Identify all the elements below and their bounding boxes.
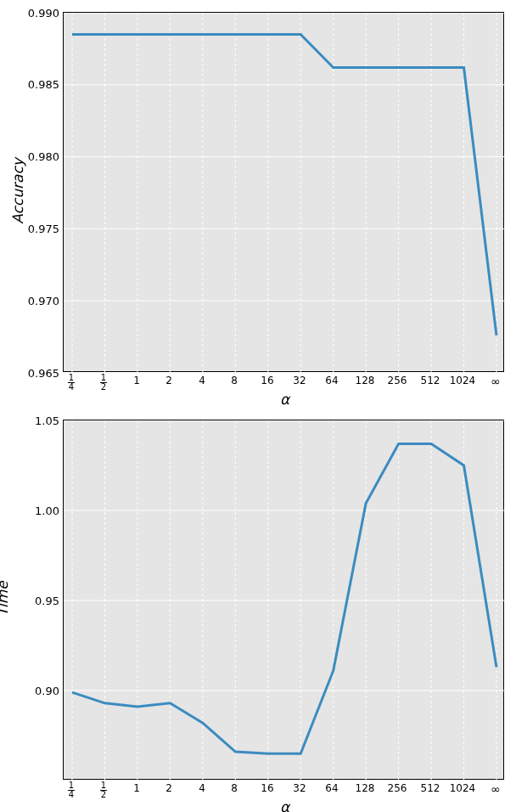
grid-horizontal: [64, 420, 505, 781]
xtick-label: 14: [57, 374, 86, 392]
xtick-label: 128: [351, 375, 379, 386]
xtick-label: 64: [317, 783, 346, 793]
ytick-label: 0.975: [25, 223, 59, 235]
xtick-label: 16: [253, 783, 282, 793]
ytick-label: 1.00: [25, 505, 59, 517]
figure: 0.990 0.985 0.980 0.975 0.970 0.965 14 1…: [0, 0, 516, 812]
xtick-label: ∞: [481, 783, 510, 795]
xtick-label: 512: [416, 375, 445, 386]
xtick-label: 512: [416, 783, 445, 793]
ytick-label: 1.05: [25, 414, 59, 427]
xtick-label: 1024: [448, 375, 477, 386]
xtick-label: 1024: [448, 783, 477, 793]
xtick-label: 4: [188, 375, 216, 386]
xtick-label: 2: [154, 375, 183, 386]
xtick-label: 32: [285, 783, 314, 793]
xlabel-alpha-top: α: [280, 391, 289, 408]
xtick-label: 8: [220, 783, 249, 793]
xtick-label: 8: [220, 375, 249, 386]
accuracy-series: [72, 34, 496, 335]
xlabel-alpha-bottom: α: [280, 798, 289, 812]
time-chart: [63, 420, 504, 780]
xtick-label: 1: [122, 375, 151, 386]
xtick-label: 16: [253, 375, 282, 386]
xtick-label: 12: [89, 781, 118, 799]
ylabel-accuracy: Accuracy: [9, 158, 26, 224]
ytick-label: 0.990: [25, 7, 59, 20]
xtick-label: 1: [122, 783, 151, 793]
ytick-label: 0.980: [25, 150, 59, 163]
ytick-label: 0.970: [25, 295, 59, 307]
time-series: [72, 444, 496, 754]
ylabel-time: Time: [0, 581, 11, 617]
time-plot-svg: [64, 420, 505, 781]
accuracy-chart: [63, 12, 504, 372]
ytick-label: 0.965: [25, 367, 59, 380]
accuracy-plot-svg: [64, 13, 505, 373]
xtick-label: 64: [317, 375, 346, 386]
xtick-label: 4: [188, 783, 216, 793]
xtick-label: 2: [154, 783, 183, 793]
xtick-label: 256: [383, 375, 412, 386]
xtick-label: 32: [285, 375, 314, 386]
xtick-label: 256: [383, 783, 412, 793]
xtick-label: ∞: [481, 375, 510, 387]
xtick-label: 128: [351, 783, 379, 793]
xtick-label: 14: [57, 781, 86, 799]
ytick-label: 0.985: [25, 78, 59, 91]
xtick-label: 12: [89, 374, 118, 392]
ytick-label: 0.90: [25, 685, 59, 697]
ytick-label: 0.95: [25, 595, 59, 607]
